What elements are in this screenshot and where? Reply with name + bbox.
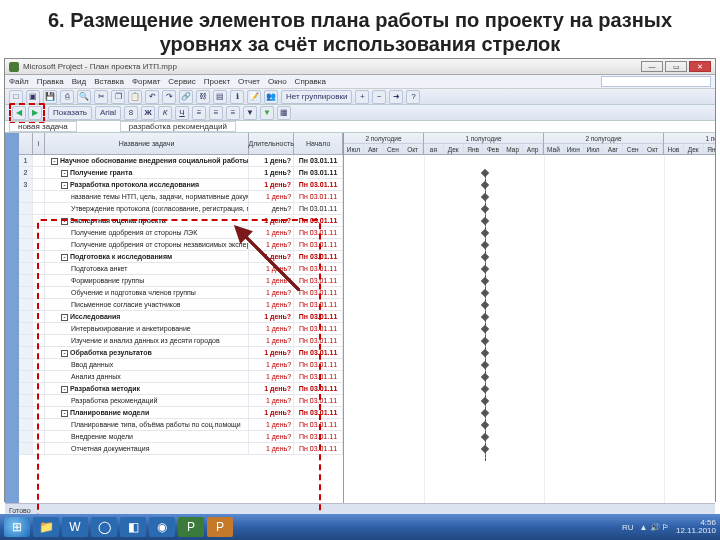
minimize-button[interactable]: — — [641, 61, 663, 72]
align-center-button[interactable]: ≡ — [209, 106, 223, 120]
table-row[interactable]: название темы НТП, цель, задачи, нормати… — [19, 191, 343, 203]
paste-button[interactable]: 📋 — [128, 90, 142, 104]
preview-button[interactable]: 🔍 — [77, 90, 91, 104]
breadcrumb-task[interactable]: разработка рекомендаций — [120, 121, 236, 132]
taskbar-explorer-icon[interactable]: 📁 — [33, 517, 59, 537]
assign-button[interactable]: 👥 — [264, 90, 278, 104]
table-row[interactable]: Подготовка анкет1 день?Пн 03.01.11 — [19, 263, 343, 275]
menu-format[interactable]: Формат — [132, 77, 160, 86]
col-start[interactable]: Начало — [294, 133, 343, 154]
zoom-out-button[interactable]: − — [372, 90, 386, 104]
table-row[interactable]: Интервьюирование и анкетирование1 день?П… — [19, 323, 343, 335]
table-row[interactable]: -Исследования1 день?Пн 03.01.11 — [19, 311, 343, 323]
redo-button[interactable]: ↷ — [162, 90, 176, 104]
taskbar-browser-icon[interactable]: ◯ — [91, 517, 117, 537]
cut-button[interactable]: ✂ — [94, 90, 108, 104]
autofilter-button[interactable]: ▼ — [260, 106, 274, 120]
table-row[interactable]: Отчетная документация1 день?Пн 03.01.11 — [19, 443, 343, 455]
taskbar-hp-icon[interactable]: ◉ — [149, 517, 175, 537]
table-row[interactable]: -Подготовка к исследованиям1 день?Пн 03.… — [19, 251, 343, 263]
table-row[interactable]: Внедрение модели1 день?Пн 03.01.11 — [19, 431, 343, 443]
table-row[interactable]: Письменное согласие участников1 день?Пн … — [19, 299, 343, 311]
notes-button[interactable]: 📝 — [247, 90, 261, 104]
link-button[interactable]: 🔗 — [179, 90, 193, 104]
indent-button[interactable]: ▶ — [28, 106, 42, 120]
tray-lang[interactable]: RU — [622, 523, 634, 532]
outdent-button[interactable]: ◀ — [12, 106, 26, 120]
table-row[interactable]: -Обработка результатов1 день?Пн 03.01.11 — [19, 347, 343, 359]
table-row[interactable]: Разработка рекомендаций1 день?Пн 03.01.1… — [19, 395, 343, 407]
menu-view[interactable]: Вид — [72, 77, 86, 86]
menu-insert[interactable]: Вставка — [94, 77, 124, 86]
task-table: i Название задачи Длительность Начало 1-… — [19, 133, 344, 503]
taskbar-ppt-icon[interactable]: P — [207, 517, 233, 537]
new-button[interactable]: □ — [9, 90, 23, 104]
toolbar-format: ◀ ▶ Показать Arial 8 Ж К Ч ≡ ≡ ≡ ▼ ▼ ▦ — [5, 105, 715, 121]
menu-edit[interactable]: Правка — [37, 77, 64, 86]
group-select[interactable]: Нет группировки — [281, 90, 352, 104]
bold-button[interactable]: Ж — [141, 106, 155, 120]
maximize-button[interactable]: ▭ — [665, 61, 687, 72]
filter-button[interactable]: ▼ — [243, 106, 257, 120]
table-row[interactable]: -Разработка методик1 день?Пн 03.01.11 — [19, 383, 343, 395]
align-left-button[interactable]: ≡ — [192, 106, 206, 120]
split-button[interactable]: ▤ — [213, 90, 227, 104]
taskbar-project-icon[interactable]: P — [178, 517, 204, 537]
split-view: i Название задачи Длительность Начало 1-… — [19, 133, 715, 503]
align-right-button[interactable]: ≡ — [226, 106, 240, 120]
breadcrumb-new[interactable]: новая задача — [9, 121, 77, 132]
open-button[interactable]: ▣ — [26, 90, 40, 104]
taskbar-word-icon[interactable]: W — [62, 517, 88, 537]
col-name[interactable]: Название задачи — [45, 133, 249, 154]
italic-button[interactable]: К — [158, 106, 172, 120]
table-header: i Название задачи Длительность Начало — [19, 133, 343, 155]
goto-button[interactable]: ➜ — [389, 90, 403, 104]
gantt-chart[interactable]: 2 полугодиеИюлАвгСенОкт1 полугодиеаяДекЯ… — [344, 133, 715, 503]
font-size-select[interactable]: 8 — [124, 106, 138, 120]
start-button[interactable]: ⊞ — [4, 517, 30, 537]
table-row[interactable]: 2-Получение гранта1 день?Пн 03.01.11 — [19, 167, 343, 179]
menu-report[interactable]: Отчет — [238, 77, 260, 86]
tray-icons[interactable]: ▲ 🔊 🏳 — [640, 523, 670, 532]
unlink-button[interactable]: ⛓ — [196, 90, 210, 104]
table-row[interactable]: Получение одобрения от стороны независим… — [19, 239, 343, 251]
font-select[interactable]: Arial — [95, 106, 121, 120]
close-button[interactable]: ✕ — [689, 61, 711, 72]
breadcrumb-bar: новая задача разработка рекомендаций — [5, 121, 715, 133]
print-button[interactable]: ⎙ — [60, 90, 74, 104]
zoom-in-button[interactable]: + — [355, 90, 369, 104]
table-row[interactable]: Планирование типа, объёма работы по соц.… — [19, 419, 343, 431]
undo-button[interactable]: ↶ — [145, 90, 159, 104]
menu-project[interactable]: Проект — [204, 77, 230, 86]
menu-tools[interactable]: Сервис — [168, 77, 195, 86]
view-bar[interactable] — [5, 133, 19, 503]
ms-project-window: Microsoft Project - План проекта ИТП.mpp… — [4, 58, 716, 502]
menu-help[interactable]: Справка — [295, 77, 326, 86]
show-dropdown[interactable]: Показать — [48, 106, 92, 120]
table-row[interactable]: Утверждение протокола (согласование, рег… — [19, 203, 343, 215]
table-row[interactable]: 3-Разработка протокола исследования1 ден… — [19, 179, 343, 191]
table-row[interactable]: Обучение и подготовка членов группы1 ден… — [19, 287, 343, 299]
menu-window[interactable]: Окно — [268, 77, 287, 86]
taskbar-app-icon[interactable]: ◧ — [120, 517, 146, 537]
underline-button[interactable]: Ч — [175, 106, 189, 120]
table-row[interactable]: Получение одобрения от стороны ЛЭК1 день… — [19, 227, 343, 239]
table-row[interactable]: Анализ данных1 день?Пн 03.01.11 — [19, 371, 343, 383]
gantt-wizard-button[interactable]: ▦ — [277, 106, 291, 120]
col-num[interactable] — [19, 133, 33, 154]
col-duration[interactable]: Длительность — [249, 133, 294, 154]
help-search-input[interactable] — [601, 76, 711, 87]
menu-file[interactable]: Файл — [9, 77, 29, 86]
help-button[interactable]: ? — [406, 90, 420, 104]
table-row[interactable]: 1-Научное обоснование внедрения социальн… — [19, 155, 343, 167]
copy-button[interactable]: ❐ — [111, 90, 125, 104]
col-info[interactable]: i — [33, 133, 45, 154]
table-row[interactable]: Изучение и анализ данных из десяти город… — [19, 335, 343, 347]
info-button[interactable]: ℹ — [230, 90, 244, 104]
table-row[interactable]: -Планирование модели1 день?Пн 03.01.11 — [19, 407, 343, 419]
system-tray[interactable]: RU ▲ 🔊 🏳 4:56 12.11.2010 — [622, 519, 716, 535]
save-button[interactable]: 💾 — [43, 90, 57, 104]
table-row[interactable]: Формирование группы1 день?Пн 03.01.11 — [19, 275, 343, 287]
table-row[interactable]: Ввод данных1 день?Пн 03.01.11 — [19, 359, 343, 371]
table-row[interactable]: -Экспертная оценка проекта1 день?Пн 03.0… — [19, 215, 343, 227]
